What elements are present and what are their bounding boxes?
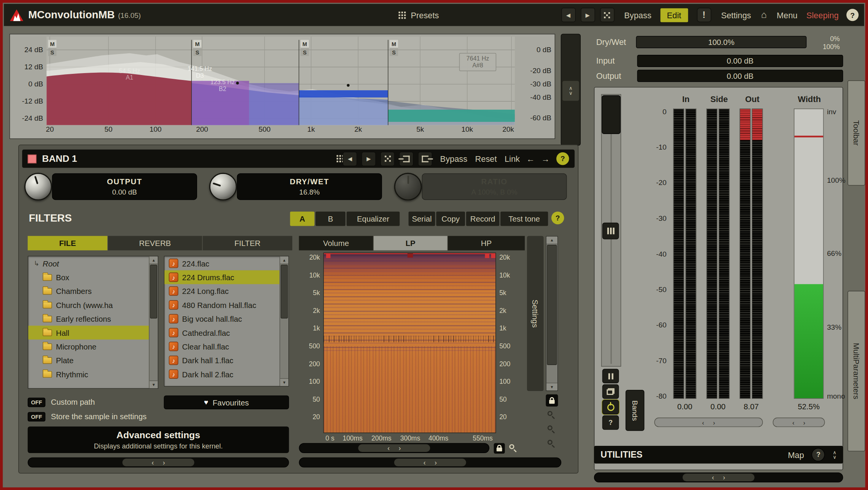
- test-tone-button[interactable]: Test tone: [500, 212, 548, 226]
- band-help-button[interactable]: ?: [556, 152, 569, 165]
- tab-volume[interactable]: Volume: [299, 236, 373, 251]
- filter-handle-left[interactable]: [326, 253, 331, 258]
- next-preset-button[interactable]: ▶: [580, 8, 595, 22]
- file-list-scrollbar[interactable]: ▲ ▼: [280, 257, 288, 386]
- drywet-knob-display[interactable]: DRY/WET 16.8%: [237, 173, 382, 200]
- zoom-fit-button[interactable]: [548, 440, 556, 448]
- filter-handle-right[interactable]: [485, 253, 489, 258]
- zoom-in-button[interactable]: [548, 411, 556, 419]
- spectrogram-hscrollbar[interactable]: ‹ ›: [299, 443, 489, 453]
- scrollbar-handle[interactable]: [547, 245, 557, 365]
- crossover-eq-display[interactable]: 24 dB 12 dB 0 dB -12 dB -24 dB: [10, 34, 555, 139]
- scrollbar-handle[interactable]: ‹ ›: [358, 444, 430, 452]
- equalizer-button[interactable]: Equalizer: [347, 212, 400, 226]
- map-button[interactable]: Map: [788, 450, 804, 460]
- scrollbar-handle[interactable]: ‹ ›: [683, 474, 755, 481]
- scrollbar-handle[interactable]: [281, 265, 288, 318]
- meter-popup-button[interactable]: [602, 385, 619, 399]
- tab-hp[interactable]: HP: [448, 236, 525, 251]
- impulse-spectrogram[interactable]: [323, 252, 496, 433]
- tree-item-microphone[interactable]: Microphone: [28, 340, 149, 353]
- scroll-down-button[interactable]: ▼: [280, 378, 288, 386]
- edit-button[interactable]: Edit: [660, 8, 688, 22]
- menu-button[interactable]: Menu: [777, 10, 798, 20]
- file-item[interactable]: ♪Dark hall 1.flac: [164, 353, 280, 367]
- copy-button[interactable]: Copy: [436, 212, 465, 226]
- scroll-down-button[interactable]: ▼: [546, 383, 557, 390]
- meter-range-handle[interactable]: [602, 95, 620, 134]
- spectrogram-vscrollbar[interactable]: ▲ ▼: [546, 236, 558, 391]
- meter-help-button[interactable]: ?: [602, 415, 619, 430]
- random-preset-button[interactable]: [600, 8, 614, 22]
- file-item[interactable]: ♪480 Random Hall.flac: [164, 298, 280, 312]
- meter-pause-button[interactable]: [602, 369, 619, 383]
- spectrogram-bottom-scrollbar[interactable]: ‹ ›: [299, 458, 562, 468]
- tab-spectrogram-settings[interactable]: Settings: [527, 236, 544, 391]
- tab-lp[interactable]: LP: [374, 236, 447, 251]
- utilities-scrollbar[interactable]: ‹ ›: [594, 472, 843, 482]
- tab-toolbar[interactable]: Toolbar: [847, 80, 865, 185]
- record-button[interactable]: Record: [466, 212, 499, 226]
- tree-item-early-reflections[interactable]: Early reflections: [28, 312, 149, 326]
- scroll-up-button[interactable]: ▲: [150, 257, 158, 264]
- alert-button[interactable]: !: [697, 8, 711, 22]
- tab-filter[interactable]: FILTER: [202, 236, 292, 251]
- tree-item-chambers[interactable]: Chambers: [28, 284, 149, 298]
- eq-side-collapsed-panel[interactable]: ∧ ∨: [561, 34, 581, 146]
- scroll-lock-button[interactable]: [494, 443, 505, 454]
- home-button[interactable]: ⌂: [761, 10, 767, 21]
- tree-item-rhythmic[interactable]: Rhythmic: [28, 367, 149, 381]
- band-link-button[interactable]: Link: [505, 154, 520, 163]
- band-bypass-button[interactable]: Bypass: [440, 154, 468, 163]
- filters-help-button[interactable]: ?: [551, 212, 564, 224]
- browser-bottom-scrollbar[interactable]: ‹ ›: [28, 458, 289, 468]
- scrollbar-handle[interactable]: ‹ ›: [394, 459, 466, 466]
- scrollbar-handle[interactable]: [150, 265, 157, 318]
- presets-button[interactable]: Presets: [398, 10, 439, 20]
- filter-handle-mid[interactable]: [408, 253, 413, 258]
- collapse-handle[interactable]: ∧ ∨: [562, 81, 579, 101]
- band-random-button[interactable]: [381, 152, 395, 166]
- tab-reverb[interactable]: REVERB: [108, 236, 202, 251]
- tree-scrollbar[interactable]: ▲ ▼: [149, 257, 158, 388]
- drywet-slider[interactable]: 100.0%: [636, 36, 806, 48]
- meter-scrollbar[interactable]: ‹ ›: [654, 418, 763, 427]
- utilities-help-button[interactable]: ?: [812, 448, 825, 461]
- output-knob-display[interactable]: OUTPUT 0.00 dB: [52, 173, 197, 200]
- serial-button[interactable]: Serial: [409, 212, 435, 226]
- store-sample-toggle[interactable]: OFF: [28, 412, 46, 421]
- file-item[interactable]: ♪224 Long.flac: [164, 284, 280, 298]
- file-item[interactable]: ♪Big vocal hall.flac: [164, 312, 280, 326]
- zoom-lock-button[interactable]: [546, 394, 558, 407]
- meter-columns-button[interactable]: [602, 223, 619, 239]
- tree-item-box[interactable]: Box: [28, 270, 149, 284]
- scroll-up-button[interactable]: ▲: [546, 236, 557, 244]
- sleeping-indicator[interactable]: Sleeping: [806, 10, 839, 20]
- ab-button-a[interactable]: A: [290, 212, 314, 226]
- band-copy-in-button[interactable]: [399, 152, 414, 166]
- width-scrollbar[interactable]: ‹ ›: [773, 418, 825, 427]
- output-gain-field[interactable]: 0.00 dB: [637, 70, 843, 82]
- eq-plot[interactable]: M S M S M S M S 54.5 Hz A1 141.5 Hz D3 1…: [46, 37, 515, 125]
- tree-item-church[interactable]: Church (www.ha: [28, 298, 149, 312]
- ab-button-b[interactable]: B: [315, 212, 346, 226]
- advanced-settings-button[interactable]: Advanced settings Displays additional se…: [28, 426, 289, 453]
- file-item[interactable]: ♪Dark hall 2.flac: [164, 367, 280, 381]
- tab-file[interactable]: FILE: [28, 236, 107, 251]
- tree-item-root[interactable]: ↳ Root: [28, 257, 149, 270]
- band-prev-button[interactable]: ◀: [343, 152, 357, 166]
- band-copy-out-button[interactable]: [418, 152, 432, 166]
- scroll-up-button[interactable]: ▲: [280, 257, 288, 264]
- bands-button[interactable]: Bands: [626, 390, 644, 431]
- zoom-out-button[interactable]: [548, 425, 556, 434]
- band-next-button[interactable]: ▶: [362, 152, 376, 166]
- settings-button[interactable]: Settings: [721, 10, 751, 20]
- meter-power-button[interactable]: [602, 400, 619, 414]
- scrollbar-handle[interactable]: ‹ ›: [122, 459, 194, 466]
- utilities-bar[interactable]: UTILITIES Map ? ∧ ∨: [594, 446, 843, 464]
- output-knob[interactable]: [24, 173, 52, 201]
- utilities-expand-button[interactable]: ∧ ∨: [833, 450, 836, 459]
- band-move-right-button[interactable]: →: [542, 154, 550, 163]
- help-button[interactable]: ?: [846, 9, 858, 21]
- tree-item-plate[interactable]: Plate: [28, 353, 149, 367]
